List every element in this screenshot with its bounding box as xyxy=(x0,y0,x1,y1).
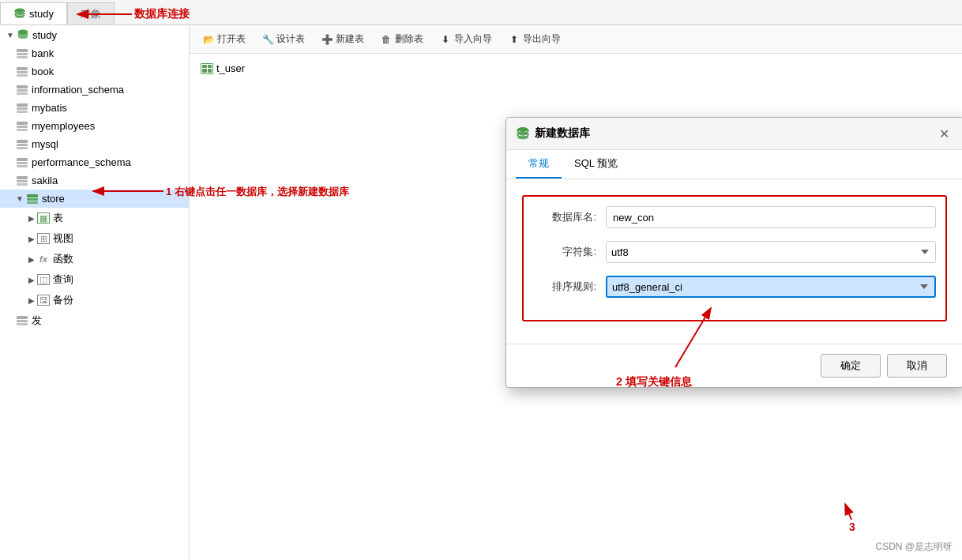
views-icon: ⊞ xyxy=(37,233,50,244)
sakila-db-icon xyxy=(16,175,28,186)
svg-rect-32 xyxy=(27,201,38,204)
sidebar-db-store[interactable]: ▼ store xyxy=(0,190,189,208)
svg-rect-23 xyxy=(17,147,28,149)
export-wizard-button[interactable]: ⬆ 导出向导 xyxy=(502,30,567,48)
sidebar-db-fa[interactable]: 发 xyxy=(0,310,189,331)
sidebar-db-book[interactable]: book xyxy=(0,62,189,81)
sidebar-store-views[interactable]: ▶ ⊞ 视图 xyxy=(0,228,189,249)
cancel-button[interactable]: 取消 xyxy=(887,354,947,378)
toolbar: 📂 打开表 🔧 设计表 ➕ 新建表 🗑 删除表 ⬇ 导入向导 xyxy=(190,25,962,54)
sidebar-store-functions[interactable]: ▶ fx 函数 xyxy=(0,249,189,269)
open-table-button[interactable]: 📂 打开表 xyxy=(196,30,252,48)
svg-rect-7 xyxy=(17,53,28,55)
sidebar-store-backup[interactable]: ▶ 🖫 备份 xyxy=(0,290,189,310)
db-name-input[interactable] xyxy=(606,206,936,228)
sidebar-db-store-label: store xyxy=(42,193,65,205)
design-table-label: 设计表 xyxy=(276,32,305,46)
sidebar-store-tables[interactable]: ▶ ▦ 表 xyxy=(0,208,189,228)
tab-study[interactable]: study xyxy=(0,2,67,24)
svg-rect-17 xyxy=(17,111,28,113)
sidebar-store-views-label: 视图 xyxy=(53,231,73,246)
svg-rect-9 xyxy=(17,67,28,70)
mybatis-db-icon xyxy=(16,103,28,114)
import-wizard-label: 导入向导 xyxy=(454,32,492,46)
new-table-button[interactable]: ➕ 新建表 xyxy=(314,30,370,48)
svg-rect-12 xyxy=(17,85,28,88)
dialog-close-button[interactable]: ✕ xyxy=(934,124,953,143)
table-item-icon xyxy=(201,63,213,74)
tab-study-label: study xyxy=(29,8,54,20)
dialog-footer: 确定 取消 xyxy=(506,344,962,387)
store-db-icon xyxy=(26,194,39,205)
new-table-label: 新建表 xyxy=(336,32,364,46)
functions-arrow: ▶ xyxy=(28,255,35,264)
import-wizard-button[interactable]: ⬇ 导入向导 xyxy=(433,30,498,48)
expand-arrow: ▼ xyxy=(6,31,14,39)
svg-rect-22 xyxy=(17,144,28,146)
sidebar-store-tables-label: 表 xyxy=(53,211,63,225)
backup-icon: 🖫 xyxy=(37,295,50,306)
svg-rect-15 xyxy=(17,103,28,107)
sidebar-db-myemployees[interactable]: myemployees xyxy=(0,117,189,135)
delete-table-button[interactable]: 🗑 删除表 xyxy=(374,30,430,48)
svg-rect-11 xyxy=(17,74,28,77)
export-wizard-icon: ⬆ xyxy=(508,33,520,46)
queries-arrow: ▶ xyxy=(28,276,35,284)
study-db-icon xyxy=(17,28,29,41)
object-item-t-user[interactable]: t_user xyxy=(196,60,956,77)
info-schema-db-icon xyxy=(16,85,28,96)
sidebar-db-myemployees-label: myemployees xyxy=(32,120,95,132)
dialog-tab-general[interactable]: 常规 xyxy=(516,150,562,179)
confirm-button[interactable]: 确定 xyxy=(821,354,881,378)
sidebar-db-performance-schema[interactable]: performance_schema xyxy=(0,153,189,171)
dialog-title: 新建数据库 xyxy=(516,126,590,141)
sidebar-root-study[interactable]: ▼ study xyxy=(0,25,189,44)
tab-bar: study 对象 xyxy=(0,0,962,25)
sidebar-store-queries[interactable]: ▶ ◫ 查询 xyxy=(0,269,189,290)
sidebar-db-information-schema[interactable]: information_schema xyxy=(0,81,189,99)
new-table-icon: ➕ xyxy=(321,33,333,46)
sidebar-store-functions-label: 函数 xyxy=(53,252,73,266)
svg-rect-6 xyxy=(17,49,28,52)
svg-rect-16 xyxy=(17,107,28,110)
svg-rect-18 xyxy=(17,122,28,125)
sidebar-db-fa-label: 发 xyxy=(32,314,42,328)
sidebar-db-sakila[interactable]: sakila xyxy=(0,171,189,190)
book-db-icon xyxy=(16,66,28,77)
sidebar-db-mysql-label: mysql xyxy=(32,138,58,150)
form-group-charset: 字符集: utf8 utf8mb4 latin1 gbk xyxy=(533,241,936,263)
svg-rect-26 xyxy=(17,165,28,167)
sidebar-db-bank[interactable]: bank xyxy=(0,44,189,62)
tab-object[interactable]: 对象 xyxy=(67,2,115,24)
sidebar: ▼ study bank xyxy=(0,25,190,560)
collation-select[interactable]: utf8_general_ci utf8_unicode_ci utf8_bin xyxy=(606,276,936,298)
tables-arrow: ▶ xyxy=(28,214,35,223)
functions-icon: fx xyxy=(37,254,50,265)
store-expand-arrow: ▼ xyxy=(16,194,24,203)
perf-schema-db-icon xyxy=(16,157,28,168)
dialog-titlebar: 新建数据库 ✕ xyxy=(506,118,962,150)
watermark: CSDN @是志明呀 xyxy=(875,540,953,554)
bank-db-icon xyxy=(16,48,28,59)
open-table-icon: 📂 xyxy=(202,33,215,46)
svg-rect-25 xyxy=(17,162,28,164)
sidebar-db-performance-schema-label: performance_schema xyxy=(32,156,131,168)
sidebar-db-information-schema-label: information_schema xyxy=(32,84,124,96)
dialog-tab-sql[interactable]: SQL 预览 xyxy=(562,150,630,179)
svg-point-38 xyxy=(517,136,528,140)
svg-rect-20 xyxy=(17,129,28,131)
svg-rect-13 xyxy=(17,89,28,92)
svg-rect-33 xyxy=(17,316,28,319)
svg-point-4 xyxy=(18,32,28,36)
sidebar-db-mysql[interactable]: mysql xyxy=(0,135,189,153)
db-icon xyxy=(13,7,26,20)
fa-db-icon xyxy=(16,315,28,326)
svg-rect-28 xyxy=(17,180,28,182)
svg-rect-34 xyxy=(17,320,28,322)
sidebar-db-mybatis[interactable]: mybatis xyxy=(0,99,189,117)
svg-point-0 xyxy=(15,9,24,13)
design-table-button[interactable]: 🔧 设计表 xyxy=(255,30,311,48)
dialog-tabs: 常规 SQL 预览 xyxy=(506,150,962,179)
charset-select[interactable]: utf8 utf8mb4 latin1 gbk xyxy=(606,241,936,263)
sidebar-db-sakila-label: sakila xyxy=(32,175,58,186)
